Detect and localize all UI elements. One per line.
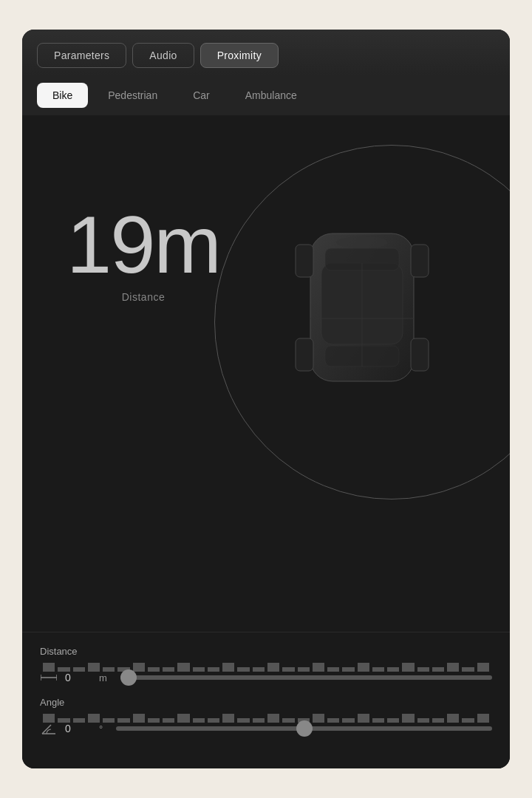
distance-display: 19m Distance — [66, 204, 220, 303]
angle-slider-header: Angle — [40, 697, 492, 708]
distance-unit: m — [99, 672, 107, 683]
main-content: 19m Distance — [22, 115, 510, 632]
angle-slider-row: Angle — [40, 697, 492, 734]
distance-slider-value-row: 0 m — [40, 672, 492, 683]
obj-pedestrian[interactable]: Pedestrian — [92, 83, 173, 108]
distance-slider-row: Distance — [40, 646, 492, 683]
angle-slider-label: Angle — [40, 697, 84, 708]
angle-icon — [40, 723, 58, 734]
car-svg — [288, 204, 510, 470]
tab-audio[interactable]: Audio — [132, 43, 194, 68]
distance-icon — [40, 672, 58, 683]
distance-range-input[interactable] — [120, 675, 492, 680]
obj-ambulance[interactable]: Ambulance — [230, 83, 313, 108]
angle-current-value: 0 — [65, 723, 92, 734]
angle-unit: ° — [99, 723, 103, 734]
tab-bar: Parameters Audio Proximity — [22, 30, 510, 75]
angle-range-input[interactable] — [116, 726, 492, 731]
distance-label: Distance — [66, 291, 220, 303]
tab-parameters[interactable]: Parameters — [37, 43, 126, 68]
angle-slider-value-row: 0 ° — [40, 723, 492, 734]
obj-car[interactable]: Car — [177, 83, 225, 108]
svg-point-8 — [336, 236, 388, 248]
distance-current-value: 0 — [65, 672, 92, 683]
svg-rect-7 — [411, 338, 429, 371]
app-container: Parameters Audio Proximity Bike Pedestri… — [22, 30, 510, 768]
obj-bike[interactable]: Bike — [37, 83, 88, 108]
distance-slider-label: Distance — [40, 646, 84, 657]
tab-proximity[interactable]: Proximity — [200, 43, 279, 68]
svg-rect-6 — [296, 338, 313, 371]
object-selector: Bike Pedestrian Car Ambulance — [22, 75, 510, 115]
distance-value: 19m — [66, 204, 220, 285]
distance-slider-header: Distance — [40, 646, 492, 657]
sliders-area: Distance — [22, 632, 510, 768]
svg-rect-4 — [296, 245, 313, 277]
svg-rect-5 — [411, 245, 429, 277]
